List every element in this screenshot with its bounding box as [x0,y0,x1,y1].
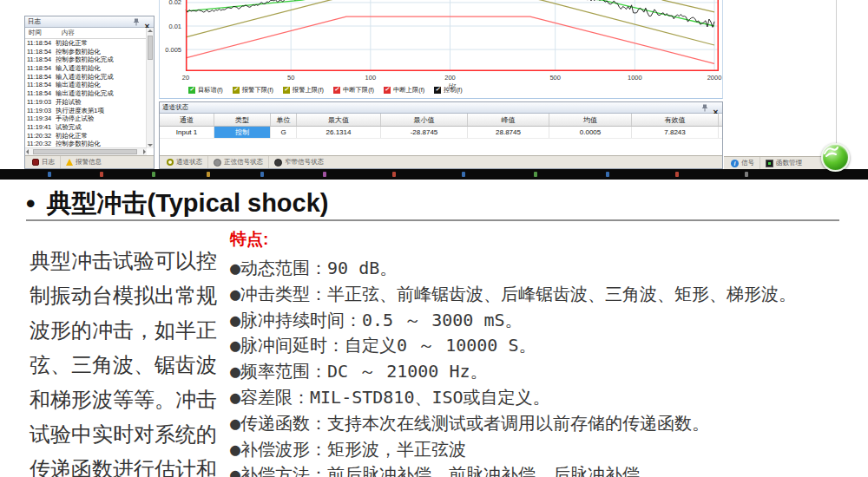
tab[interactable]: 通道状态 [161,156,207,168]
svg-text:100: 100 [365,74,377,82]
pin-icon[interactable] [701,104,708,112]
table-column-header[interactable]: 单位 [271,114,297,126]
log-row[interactable]: 11:18:54 输出通道初始化 [27,81,146,89]
checkbox-checked-icon[interactable] [233,87,240,94]
scrollbar-thumb[interactable] [148,36,153,60]
svg-text:0.01: 0.01 [168,23,181,30]
checkbox-checked-icon[interactable] [283,87,290,94]
checkbox-checked-icon[interactable] [434,87,441,94]
spectrum-chart[interactable]: 205010020050010002000Hz0.020.010.005 [160,0,722,99]
swoosh-icon [823,145,840,159]
table-column-header[interactable]: 通道 [160,114,214,126]
scroll-down-icon[interactable] [148,144,153,147]
table-cell: G [271,127,297,138]
log-row[interactable]: 11:18:54 输出通道初始化完成 [27,89,146,98]
scroll-left-icon[interactable] [26,149,29,154]
log-panel-title: 日志 [28,17,41,26]
scrollbar-thumb[interactable] [33,149,137,154]
log-row[interactable]: 11:19:41 试验完成 [27,123,146,132]
log-content: 控制参数初始化 [56,140,146,147]
table-cell: 28.8745 [468,127,549,138]
checkbox-checked-icon[interactable] [333,87,340,94]
legend-item[interactable]: 报警上限(f) [283,86,324,95]
legend-label: 中断下限(f) [343,86,374,95]
taskbar-icon[interactable] [534,172,537,177]
scroll-right-icon[interactable] [143,149,146,154]
log-content: 控制参数初始化 [56,48,146,56]
table-column-header[interactable]: 最小值 [381,114,468,126]
pin-icon[interactable] [133,18,140,26]
log-row[interactable]: 11:18:54 初始化正常 [27,39,146,48]
log-time: 11:20:32 [27,140,56,147]
log-row[interactable]: 11:18:54 输入通道初始化完成 [27,73,146,82]
scroll-up-icon[interactable] [148,29,153,32]
legend-item[interactable]: 中断下限(f) [333,86,374,95]
log-column-time[interactable]: 时间 [25,29,60,37]
log-row[interactable]: 11:18:54 控制参数初始化 [27,48,146,56]
intro-line: 弦、三角波、锯齿波 [30,348,226,382]
taskbar-icon[interactable] [675,172,679,177]
tab[interactable]: 函数管理 [760,157,807,169]
log-row[interactable]: 11:19:34 手动停止试验 [27,114,146,123]
table-cell: -28.8745 [381,127,468,138]
tab[interactable]: 信号 [726,157,760,169]
log-column-headers: 时间 内容 [25,28,147,39]
log-time: 11:18:54 [27,89,56,98]
close-icon[interactable] [143,17,151,26]
log-row[interactable]: 11:20:32 初始化正常 [27,132,146,140]
legend-item[interactable]: 中断上限(f) [384,86,424,95]
legend-item[interactable]: 控制(f) [434,86,462,95]
horizontal-scrollbar[interactable] [25,147,147,155]
document-section: • 典型冲击(Typical shock) 典型冲击试验可以控 制振动台模拟出常… [0,180,868,477]
taskbar-icon[interactable] [745,172,748,177]
log-row[interactable]: 11:19:03 执行进度表第1项 [27,107,146,115]
tab[interactable]: 窄带信号状态 [268,156,329,168]
taskbar-icon[interactable] [260,172,264,177]
taskbar-icon[interactable] [606,172,609,177]
warning-icon [66,159,73,166]
log-time: 11:18:54 [27,56,56,64]
tab[interactable]: 正弦信号状态 [207,156,268,168]
taskbar-icon[interactable] [323,172,326,177]
taskbar-icon[interactable] [48,172,51,177]
tab-label: 日志 [42,158,55,167]
intro-line: 制振动台模拟出常规 [30,278,226,313]
function-manager-icon [766,160,773,167]
svg-text:1000: 1000 [628,74,642,82]
log-row[interactable]: 11:20:32 控制参数初始化 [27,140,146,147]
checkbox-checked-icon[interactable] [188,87,195,94]
log-row[interactable]: 11:18:54 输入通道初始化 [27,64,146,73]
legend-item[interactable]: 目标谱(f) [188,86,223,95]
checkbox-checked-icon[interactable] [384,87,391,94]
feature-item: ●补偿波形：矩形波，半正弦波 [230,437,846,463]
feature-item: ●补偿方法：前后脉冲补偿，前脉冲补偿，后脉冲补偿 [230,462,846,477]
taskbar-icon[interactable] [207,172,210,177]
vibration-software-screenshot: 日志 时间 内容 11:18:54 [0,0,868,169]
log-panel-tabbar: 日志 报警信息 [25,155,154,168]
green-sphere-logo[interactable] [821,143,850,172]
table-column-header[interactable]: 峰值 [468,114,549,126]
log-time: 11:18:54 [27,64,56,73]
log-time: 11:19:41 [27,123,56,132]
table-column-header[interactable]: 类型 [214,114,271,126]
table-cell: 0.0005 [549,127,632,138]
taskbar-icon[interactable] [392,172,396,177]
tab[interactable]: 报警信息 [60,156,107,168]
taskbar-icon[interactable] [152,172,155,177]
tab[interactable]: 日志 [27,156,60,168]
log-time: 11:19:34 [27,114,56,123]
taskbar-icon[interactable] [100,172,103,177]
legend-item[interactable]: 报警下限(f) [233,86,273,95]
table-column-header[interactable]: 均值 [549,114,632,126]
taskbar-icon[interactable] [462,172,465,177]
close-icon[interactable] [712,103,720,112]
table-row[interactable]: Input 1 控制 G 26.1314 -28.8745 28.8745 0.… [160,127,722,139]
table-column-header[interactable]: 有效值 [632,114,719,126]
legend-label: 控制(f) [444,86,462,95]
log-column-content[interactable]: 内容 [60,29,75,37]
log-row[interactable]: 11:19:03 开始试验 [27,98,146,107]
table-column-header[interactable]: 最大值 [297,114,381,126]
log-row[interactable]: 11:18:54 控制参数初始化完成 [27,56,146,64]
vertical-scrollbar[interactable] [146,28,154,148]
intro-line: 传递函数进行估计和 [30,452,226,477]
